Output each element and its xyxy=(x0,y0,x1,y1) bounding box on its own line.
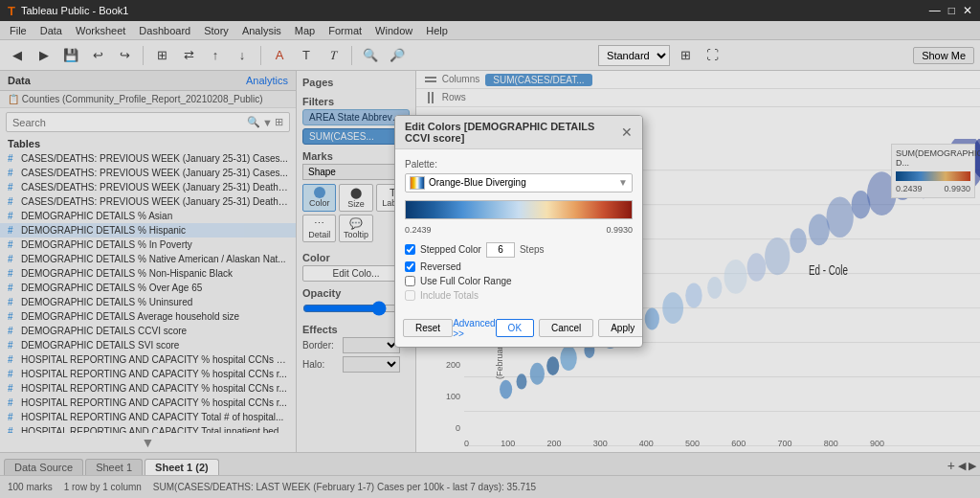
palette-color-swatch xyxy=(410,176,425,190)
minimize-btn[interactable]: — xyxy=(929,4,941,17)
dialog-close-button[interactable]: ✕ xyxy=(621,124,633,140)
include-totals-row: Include Totals xyxy=(405,290,633,301)
include-totals-checkbox xyxy=(405,290,415,301)
ramp-labels: 0.2439 0.9930 xyxy=(405,225,633,235)
stepped-color-row: Stepped Color Steps xyxy=(405,242,633,258)
maximize-btn[interactable]: □ xyxy=(948,4,955,17)
ok-button[interactable]: OK xyxy=(496,319,534,337)
dialog-footer-left: Reset xyxy=(403,319,453,337)
edit-colors-dialog: Edit Colors [DEMOGRAPHIC DETAILS CCVI sc… xyxy=(394,115,643,348)
palette-label: Palette: xyxy=(405,159,633,170)
title-bar-left: T Tableau Public - Book1 xyxy=(8,4,128,18)
reset-button[interactable]: Reset xyxy=(403,319,453,337)
full-color-range-row: Use Full Color Range xyxy=(405,276,633,286)
advanced-link[interactable]: Advanced >> xyxy=(453,318,495,339)
steps-label: Steps xyxy=(520,244,545,255)
palette-name: Orange-Blue Diverging xyxy=(429,177,614,188)
include-totals-label: Include Totals xyxy=(420,290,479,301)
full-color-range-checkbox[interactable] xyxy=(405,276,415,286)
app-icon: T xyxy=(8,4,15,18)
reversed-row: Reversed xyxy=(405,261,633,272)
apply-button[interactable]: Apply xyxy=(598,319,643,337)
chevron-down-icon: ▼ xyxy=(618,177,628,188)
title-bar: T Tableau Public - Book1 — □ ✕ xyxy=(0,0,980,21)
dialog-buttons: OK Cancel Apply xyxy=(496,319,643,337)
dialog-title: Edit Colors [DEMOGRAPHIC DETAILS CCVI sc… xyxy=(405,121,621,144)
palette-dropdown[interactable]: Orange-Blue Diverging ▼ xyxy=(405,173,633,192)
reversed-label: Reversed xyxy=(420,261,461,272)
color-ramp-bar xyxy=(405,200,633,219)
reversed-checkbox[interactable] xyxy=(405,261,415,272)
dialog-title-bar: Edit Colors [DEMOGRAPHIC DETAILS CCVI sc… xyxy=(395,116,642,149)
title-bar-controls[interactable]: — □ ✕ xyxy=(929,4,972,17)
ramp-max-val: 0.9930 xyxy=(606,225,633,235)
dialog-body: Palette: Orange-Blue Diverging ▼ 0.2439 … xyxy=(395,149,642,314)
window-title: Tableau Public - Book1 xyxy=(21,5,129,16)
stepped-steps-input[interactable] xyxy=(486,242,515,258)
ramp-min-val: 0.2439 xyxy=(405,225,432,235)
cancel-button[interactable]: Cancel xyxy=(539,319,593,337)
dialog-footer: Reset Advanced >> OK Cancel Apply xyxy=(395,314,642,347)
full-color-range-label: Use Full Color Range xyxy=(420,276,512,286)
close-btn[interactable]: ✕ xyxy=(963,4,972,17)
stepped-color-checkbox[interactable] xyxy=(405,244,415,255)
stepped-color-label: Stepped Color xyxy=(420,244,481,255)
dialog-overlay: Edit Colors [DEMOGRAPHIC DETAILS CCVI sc… xyxy=(0,21,980,498)
